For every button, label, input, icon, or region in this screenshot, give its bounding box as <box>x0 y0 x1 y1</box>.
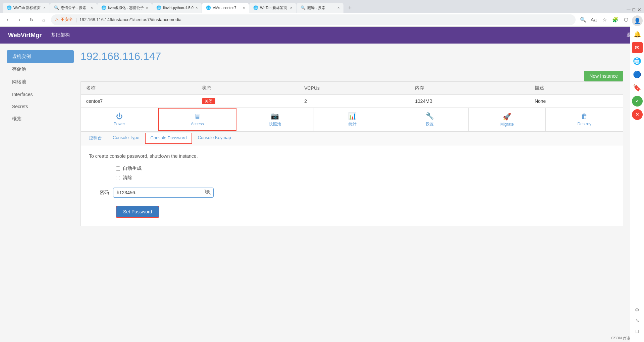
tab-close-3[interactable]: × <box>146 6 148 10</box>
action-stats-button[interactable]: 📊 统计 <box>314 108 391 131</box>
extensions-icon[interactable]: 🧩 <box>610 15 620 24</box>
action-power-button[interactable]: ⏻ Power <box>81 108 158 131</box>
browser-tab-3[interactable]: 🌐 kvm虚拟化 - 忘情公子 × <box>97 3 152 13</box>
toggle-password-icon[interactable] <box>204 189 211 196</box>
tab-title-2: 忘情公子 - 搜索 <box>61 5 89 10</box>
profile-sync-icon[interactable]: ⬡ <box>621 15 631 24</box>
access-label: Access <box>191 122 204 126</box>
minimize-button[interactable]: ─ <box>627 7 630 13</box>
right-globe-blue-icon[interactable]: 🌐 <box>632 56 643 66</box>
page-header: 192.168.116.147 New Instance <box>80 50 623 81</box>
tab-close-5[interactable]: × <box>243 6 245 10</box>
action-snapshots-button[interactable]: 📷 快照池 <box>236 108 314 131</box>
clear-label[interactable]: 清除 <box>116 175 615 181</box>
separator: | <box>75 17 77 22</box>
read-mode-icon[interactable]: Aa <box>589 15 598 24</box>
tab-close-7[interactable]: × <box>337 6 339 10</box>
checkbox-group: 自动生成 清除 <box>116 165 615 181</box>
auto-generate-label[interactable]: 自动生成 <box>116 165 615 172</box>
power-label: Power <box>114 122 125 126</box>
address-box[interactable]: ⚠ 不安全 | 192.168.116.146/instance/1/cento… <box>51 14 576 25</box>
col-status: 状态 <box>197 82 299 95</box>
col-name: 名称 <box>81 82 197 95</box>
right-red-x-icon[interactable]: ✕ <box>632 109 643 120</box>
sidebar-item-network[interactable]: 网络池 <box>7 76 74 88</box>
tab-icon-2: 🔍 <box>54 5 59 10</box>
console-password-panel: To create console password, shutdown the… <box>80 145 623 226</box>
app-logo[interactable]: WebVirtMgr <box>8 32 42 39</box>
tab-icon-3: 🌐 <box>101 5 106 10</box>
back-button[interactable]: ‹ <box>3 15 12 24</box>
settings-label: 设置 <box>426 121 434 127</box>
tab-close-2[interactable]: × <box>91 6 93 10</box>
console-notice-text: To create console password, shutdown the… <box>89 153 615 159</box>
close-window-button[interactable]: ✕ <box>637 7 641 12</box>
action-destroy-button[interactable]: 🗑 Destroy <box>546 108 623 131</box>
tab-console-password[interactable]: Console Password <box>145 133 192 144</box>
action-migrate-button[interactable]: 🚀 Migrate <box>469 108 546 131</box>
browser-right-sidebar: 👤 🔔 ✉ 🌐 🔵 🔖 ✓ ✕ ⚙ ⤡ □ <box>630 13 644 233</box>
right-green-icon[interactable]: ✓ <box>632 96 643 107</box>
table-row[interactable]: centos7 关闭 2 1024MB None <box>81 95 623 108</box>
tab-console-keymap[interactable]: Console Keymap <box>193 132 236 145</box>
tab-icon-4: 🌐 <box>156 5 161 10</box>
sub-tabs: 控制台 Console Type Console Password Consol… <box>80 131 623 145</box>
right-mail-icon[interactable]: ✉ <box>632 42 643 53</box>
right-bookmark-icon[interactable]: 🔖 <box>632 82 643 93</box>
page-title: 192.168.116.147 <box>80 50 623 63</box>
reload-button[interactable]: ↻ <box>27 15 36 24</box>
left-sidebar: 虚机实例 存储池 网络池 Interfaces Secrets 概览 <box>7 50 74 226</box>
maximize-button[interactable]: □ <box>633 7 635 12</box>
url-text[interactable]: 192.168.116.146/instance/1/centos7/#inst… <box>79 17 572 22</box>
password-input-wrap <box>113 188 214 198</box>
tab-icon-6: 🌐 <box>253 5 258 10</box>
favorite-icon[interactable]: ☆ <box>600 15 609 24</box>
new-tab-button[interactable]: + <box>345 3 355 13</box>
stats-label: 统计 <box>348 121 357 127</box>
snapshots-label: 快照池 <box>269 121 281 127</box>
cell-status: 关闭 <box>197 95 299 108</box>
sidebar-item-secrets[interactable]: Secrets <box>7 100 74 113</box>
set-password-button[interactable]: Set Password <box>116 206 159 218</box>
tab-close-4[interactable]: × <box>196 6 198 10</box>
action-settings-button[interactable]: 🔧 设置 <box>391 108 469 131</box>
sidebar-item-overview[interactable]: 概览 <box>7 113 74 125</box>
sidebar-item-interfaces[interactable]: Interfaces <box>7 88 74 100</box>
destroy-icon: 🗑 <box>581 113 588 120</box>
app-body: 虚机实例 存储池 网络池 Interfaces Secrets 概览 192.1… <box>0 44 630 233</box>
home-button[interactable]: ⌂ <box>39 15 48 24</box>
search-icon[interactable]: 🔍 <box>578 15 588 24</box>
new-instance-button[interactable]: New Instance <box>584 71 623 81</box>
browser-tab-2[interactable]: 🔍 忘情公子 - 搜索 × <box>50 3 97 13</box>
tab-console-type[interactable]: Console Type <box>107 132 145 145</box>
right-globe-teal-icon[interactable]: 🔵 <box>632 69 643 80</box>
tab-title-1: WeTab 新标签页 <box>13 5 42 10</box>
browser-tab-5[interactable]: 🌐 VMs - centos7 × <box>202 3 249 13</box>
nav-infrastructure[interactable]: 基础架构 <box>48 31 72 40</box>
sidebar-item-storage[interactable]: 存储池 <box>7 63 74 76</box>
password-label: 密码 <box>89 190 109 196</box>
access-icon: 🖥 <box>194 113 201 120</box>
browser-tab-6[interactable]: 🌐 WeTab 新标签页 × <box>249 3 296 13</box>
tab-console[interactable]: 控制台 <box>84 132 107 145</box>
right-profile-icon[interactable]: 👤 <box>632 15 643 26</box>
browser-tab-4[interactable]: 🌐 libvirt-python-4.5.0 × <box>152 3 202 13</box>
browser-tab-1[interactable]: 🌐 WeTab 新标签页 × <box>3 3 50 13</box>
browser-tab-7[interactable]: 🔍 翻译 - 搜索 × <box>297 3 343 13</box>
sidebar-item-vms[interactable]: 虚机实例 <box>7 50 74 63</box>
destroy-label: Destroy <box>578 122 591 126</box>
clear-checkbox[interactable] <box>116 176 120 180</box>
right-notification-icon[interactable]: 🔔 <box>632 29 643 40</box>
auto-generate-text: 自动生成 <box>123 165 142 172</box>
security-warning-icon: ⚠ <box>55 17 59 22</box>
snapshots-icon: 📷 <box>271 112 279 120</box>
action-access-button[interactable]: 🖥 Access <box>158 108 237 131</box>
cell-vcpus: 2 <box>299 95 410 108</box>
cell-name: centos7 <box>81 95 197 108</box>
tab-close-1[interactable]: × <box>44 6 46 10</box>
tab-close-6[interactable]: × <box>290 6 292 10</box>
password-input[interactable] <box>113 188 214 198</box>
auto-generate-checkbox[interactable] <box>116 166 120 171</box>
app-header: WebVirtMgr 基础架构 退出 <box>0 27 644 44</box>
forward-button[interactable]: › <box>15 15 24 24</box>
